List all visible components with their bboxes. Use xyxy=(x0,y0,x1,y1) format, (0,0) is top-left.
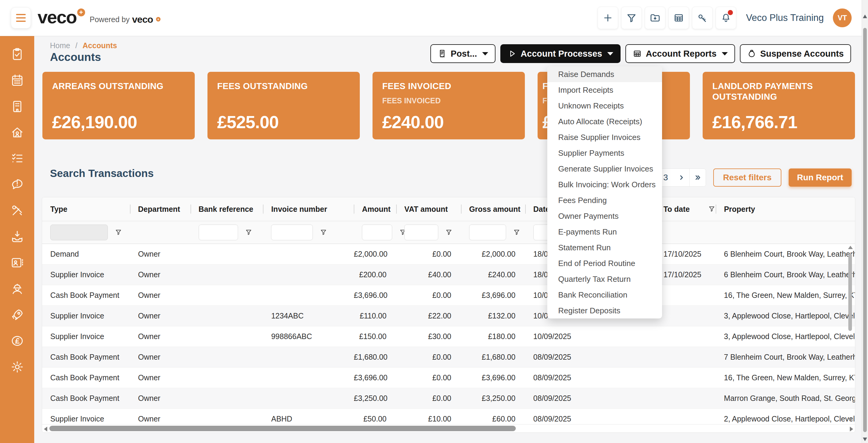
filter-funnel-icon[interactable] xyxy=(245,229,253,236)
bank-reference-filter-input[interactable] xyxy=(199,225,238,240)
page-scroll-thumb[interactable] xyxy=(863,28,867,432)
access-button[interactable] xyxy=(692,7,713,29)
breadcrumb-home[interactable]: Home xyxy=(50,41,70,50)
filter-button[interactable] xyxy=(621,7,642,29)
menu-item[interactable]: E-payments Run xyxy=(547,224,662,240)
page-scroll-down-arrow[interactable] xyxy=(863,438,867,441)
sidebar-item-checklist[interactable] xyxy=(0,145,34,172)
filter-funnel-icon[interactable] xyxy=(445,229,453,236)
card-arrears-outstanding[interactable]: ARREARS OUTSTANDING £26,190.00 xyxy=(42,72,195,139)
next-page-button[interactable] xyxy=(674,169,690,186)
export-button[interactable] xyxy=(645,7,665,29)
scroll-up-arrow[interactable] xyxy=(848,246,853,249)
card-fees-invoiced[interactable]: FEES INVOICED FEES INVOICED £240.00 xyxy=(373,72,525,139)
menu-item[interactable]: Owner Payments xyxy=(547,208,662,224)
vat-amount-filter-input[interactable] xyxy=(404,225,438,240)
column-header-bank-reference[interactable]: Bank reference xyxy=(190,197,263,221)
scroll-down-arrow[interactable] xyxy=(848,418,853,421)
card-fees-outstanding[interactable]: FEES OUTSTANDING £525.00 xyxy=(208,72,360,139)
grid-view-button[interactable] xyxy=(669,7,689,29)
account-processes-button[interactable]: Account Processes xyxy=(500,44,621,63)
pound-icon xyxy=(10,334,24,348)
card-amount: £26,190.00 xyxy=(52,112,137,132)
transaction-row[interactable]: Supplier InvoiceOwner1234ABC£110.00£22.0… xyxy=(42,306,855,326)
menu-item[interactable]: Auto Allocate (Receipts) xyxy=(547,114,662,129)
menu-item[interactable]: Supplier Payments xyxy=(547,145,662,161)
transaction-row[interactable]: Cash Book PaymentOwner£1,680.00£0.00£1,6… xyxy=(42,347,855,367)
column-header-amount[interactable]: Amount xyxy=(354,197,396,221)
table-horizontal-scrollbar xyxy=(42,424,855,433)
transaction-row[interactable]: Supplier InvoiceOwner998866ABC£150.00£30… xyxy=(42,326,855,347)
account-name[interactable]: Veco Plus Training xyxy=(746,12,824,23)
sidebar-item-accounts[interactable] xyxy=(0,328,34,354)
filter-funnel-icon[interactable] xyxy=(708,205,716,213)
gross-amount-filter-input[interactable] xyxy=(469,225,506,240)
post-button[interactable]: Post... xyxy=(430,44,495,63)
card-landlord-payments-outstanding[interactable]: LANDLORD PAYMENTS OUTSTANDING £16,766.71 xyxy=(703,72,855,139)
menu-item[interactable]: Quarterly Tax Return xyxy=(547,271,662,287)
column-header-vat-amount[interactable]: VAT amount xyxy=(396,197,461,221)
cell-gross_amount: £3,696.00 xyxy=(461,291,525,300)
folder-download-icon xyxy=(650,12,660,23)
sidebar-item-tasks[interactable] xyxy=(0,41,34,67)
add-button[interactable] xyxy=(597,7,618,29)
sidebar-item-messages[interactable] xyxy=(0,172,34,198)
sidebar-item-settings[interactable] xyxy=(0,354,34,380)
reset-filters-button[interactable]: Reset filters xyxy=(713,169,781,187)
transaction-row[interactable]: DemandOwner£2,000.00£0.00£2,000.0018/017… xyxy=(42,244,855,265)
chevron-down-icon xyxy=(607,52,613,55)
sidebar-item-inbox[interactable] xyxy=(0,224,34,250)
filter-funnel-icon[interactable] xyxy=(319,229,328,236)
menu-item[interactable]: Generate Supplier Invoices xyxy=(547,161,662,177)
menu-item[interactable]: Bank Reconciliation xyxy=(547,287,662,303)
filter-funnel-icon[interactable] xyxy=(513,229,521,236)
menu-item[interactable]: Register Deposits xyxy=(547,303,662,319)
horizontal-scroll-thumb[interactable] xyxy=(50,426,516,431)
suspense-accounts-button[interactable]: Suspense Accounts xyxy=(740,44,851,63)
vertical-scroll-thumb[interactable] xyxy=(848,254,852,331)
cell-type: Cash Book Payment xyxy=(42,291,130,300)
notifications-button[interactable] xyxy=(716,7,736,29)
menu-item[interactable]: Raise Supplier Invoices xyxy=(547,129,662,145)
cell-department: Owner xyxy=(130,353,190,361)
sidebar-item-contractors[interactable] xyxy=(0,276,34,302)
last-page-button[interactable] xyxy=(690,169,706,186)
avatar[interactable]: VT xyxy=(833,8,851,27)
cell-amount: £3,696.00 xyxy=(354,291,396,300)
sidebar-item-maintenance[interactable] xyxy=(0,198,34,224)
cell-vat_amount: £0.00 xyxy=(396,291,461,300)
page-scroll-up-arrow[interactable] xyxy=(863,14,867,18)
column-header-property[interactable]: Property xyxy=(716,197,855,221)
menu-item[interactable]: Raise Demands xyxy=(547,66,662,82)
column-header-invoice-number[interactable]: Invoice number xyxy=(263,197,354,221)
scroll-left-arrow[interactable] xyxy=(44,426,47,432)
sidebar-item-marketing[interactable] xyxy=(0,302,34,328)
column-header-department[interactable]: Department xyxy=(130,197,190,221)
column-header-type[interactable]: Type xyxy=(42,197,130,221)
transaction-row[interactable]: Cash Book PaymentOwner£3,250.00£0.00£3,2… xyxy=(42,388,855,409)
sidebar-item-contacts[interactable] xyxy=(0,250,34,276)
sidebar-item-tenancies[interactable] xyxy=(0,119,34,145)
sidebar-item-calendar[interactable] xyxy=(0,67,34,93)
column-header-gross-amount[interactable]: Gross amount xyxy=(461,197,525,221)
menu-item[interactable]: End of Period Routine xyxy=(547,256,662,271)
transaction-row[interactable]: Supplier InvoiceOwner£200.00£40.00£240.0… xyxy=(42,265,855,285)
scroll-right-arrow[interactable] xyxy=(850,426,853,432)
amount-filter-input[interactable] xyxy=(362,225,392,240)
menu-item[interactable]: Import Receipts xyxy=(547,82,662,98)
menu-item[interactable]: Statement Run xyxy=(547,240,662,256)
cell-property: 6 Blenheim Court, Brook Way, Leatherh xyxy=(716,270,855,279)
transaction-row[interactable]: Cash Book PaymentOwner£3,696.00£0.00£3,6… xyxy=(42,367,855,388)
menu-item[interactable]: Fees Pending xyxy=(547,193,662,208)
invoice-number-filter-input[interactable] xyxy=(271,225,313,240)
menu-item[interactable]: Unknown Receipts xyxy=(547,98,662,114)
filter-funnel-icon[interactable] xyxy=(115,229,122,236)
type-filter-input[interactable] xyxy=(50,225,108,240)
account-reports-button[interactable]: Account Reports xyxy=(625,44,735,63)
menu-item[interactable]: Bulk Invoicing: Work Orders xyxy=(547,177,662,193)
column-header-to-date[interactable]: To date xyxy=(655,197,716,221)
run-report-button[interactable]: Run Report xyxy=(789,169,851,187)
menu-button[interactable] xyxy=(11,7,31,28)
transaction-row[interactable]: Cash Book PaymentOwner£3,696.00£0.00£3,6… xyxy=(42,285,855,306)
sidebar-item-properties[interactable] xyxy=(0,93,34,119)
